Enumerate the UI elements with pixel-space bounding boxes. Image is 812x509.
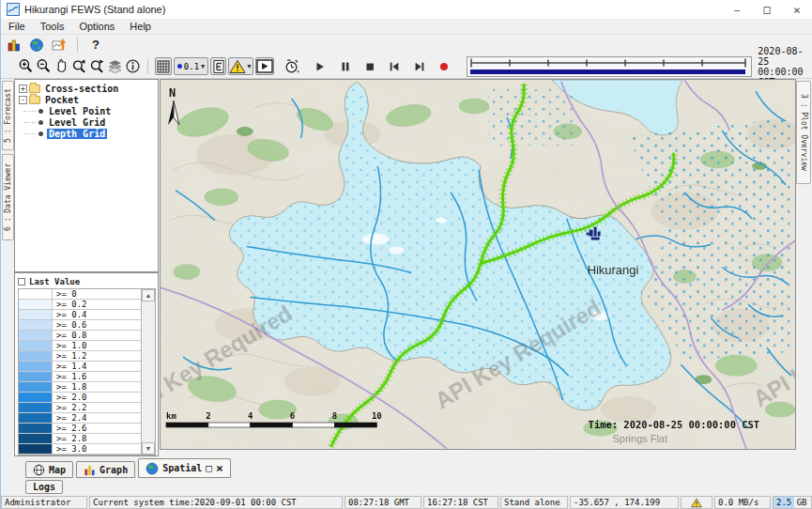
help-button[interactable]: ?	[86, 38, 105, 52]
scroll-down-icon[interactable]: ▼	[142, 442, 155, 455]
maximize-icon[interactable]: □	[752, 0, 782, 19]
status-mode: Stand alone	[500, 496, 568, 509]
tab-close-icon[interactable]: ×	[216, 464, 223, 473]
play-button[interactable]	[313, 57, 328, 75]
data-viewer-icon[interactable]	[5, 36, 23, 54]
legend-row: >= 2.6	[19, 424, 141, 434]
legend-row-label: >= 0.6	[53, 320, 87, 330]
status-warning-cell[interactable]	[681, 496, 712, 509]
tree-expand-icon[interactable]: +	[19, 85, 27, 93]
logs-button[interactable]: Logs	[25, 480, 63, 494]
legend-row-label: >= 1.6	[53, 372, 87, 381]
pan-hand-icon[interactable]	[54, 57, 69, 75]
legend-color-swatch	[19, 341, 53, 350]
class-dot-icon	[177, 64, 182, 69]
close-icon[interactable]: ×	[782, 0, 812, 19]
title-bar: Hikurangi FEWS (Stand alone) — □ ×	[1, 0, 812, 19]
tree-node-label[interactable]: Cross-section	[43, 84, 120, 94]
tree-node-label[interactable]: Pocket	[43, 95, 81, 105]
globe-wire-icon	[33, 464, 45, 476]
layers-icon[interactable]	[107, 57, 123, 75]
minimize-icon[interactable]: —	[722, 0, 752, 19]
menu-tools[interactable]: Tools	[33, 21, 72, 32]
time-slider[interactable]	[467, 56, 752, 77]
tab-forecast[interactable]: 5 : Forecast	[2, 81, 14, 150]
legend-color-swatch	[19, 372, 53, 381]
scale-tick: 10	[372, 411, 382, 421]
map-view[interactable]: API Key Required API Key Required API Ke…	[160, 79, 796, 450]
zoom-in-icon[interactable]	[18, 57, 34, 75]
classification-toggle[interactable]	[210, 57, 226, 75]
legend-row-label: >= 1.8	[53, 382, 87, 392]
skip-to-end-button[interactable]	[412, 57, 427, 75]
legend-row: >= 2.4	[19, 413, 141, 424]
pause-button[interactable]	[337, 57, 352, 75]
tab-plot-overview[interactable]: 3 : Plot Overview	[796, 81, 811, 184]
tree-node-label[interactable]: Level Point	[47, 106, 113, 116]
tree-row-depth-grid[interactable]: Depth Grid	[15, 128, 158, 139]
legend-color-swatch	[19, 289, 53, 299]
scroll-up-icon[interactable]: ▲	[142, 289, 155, 301]
zoom-next-icon[interactable]	[89, 57, 105, 75]
status-network-rate: 0.0 MB/s	[714, 496, 771, 509]
app-window: Hikurangi FEWS (Stand alone) — □ × File …	[0, 0, 812, 509]
menu-help[interactable]: Help	[122, 21, 159, 32]
zoom-out-icon[interactable]	[36, 57, 52, 75]
tree-node-label[interactable]: Level Grid	[47, 117, 107, 128]
layer-tree-panel: + Cross-section - Pocket Level Point Lev…	[14, 79, 159, 272]
legend-row: >= 1.4	[19, 362, 141, 372]
class-value-dropdown[interactable]: 0.1 ▼	[174, 57, 208, 75]
level-point-dots	[488, 89, 573, 146]
legend-row-label: >= 2.2	[53, 403, 87, 412]
stop-button[interactable]	[362, 57, 377, 75]
animation-timer-icon[interactable]	[283, 57, 299, 75]
menu-options[interactable]: Options	[71, 21, 122, 32]
legend-row-label: >= 0.2	[53, 300, 87, 309]
class-value: 0.1	[184, 62, 199, 71]
tab-map[interactable]: Map	[25, 461, 73, 478]
tree-row-cross-section[interactable]: + Cross-section	[15, 83, 158, 94]
tree-row-pocket[interactable]: - Pocket	[15, 94, 158, 105]
tab-data-viewer[interactable]: 6 : Data Viewer	[2, 154, 14, 240]
zoom-previous-icon[interactable]	[71, 57, 87, 75]
legend-color-swatch	[19, 403, 53, 412]
grid-display-icon[interactable]	[50, 36, 69, 54]
tab-maximize-icon[interactable]: □	[206, 464, 212, 473]
record-button[interactable]	[437, 57, 452, 75]
tree-collapse-icon[interactable]: -	[19, 96, 27, 104]
legend-row: >= 0	[19, 289, 141, 300]
map-globe-icon[interactable]	[27, 36, 46, 54]
tree-row-level-point[interactable]: Level Point	[15, 105, 158, 116]
legend-row-label: >= 1.4	[53, 362, 87, 371]
scale-tick: 2	[206, 411, 210, 421]
animation-export-toggle[interactable]	[255, 57, 274, 75]
tree-row-level-grid[interactable]: Level Grid	[15, 116, 158, 128]
skip-to-start-button[interactable]	[387, 57, 402, 75]
tab-spatial[interactable]: Spatial □ ×	[138, 458, 231, 478]
legend-scrollbar[interactable]: ▲ ▼	[141, 289, 155, 455]
info-icon[interactable]	[125, 57, 141, 75]
tab-map-label: Map	[49, 465, 66, 475]
north-label: N	[169, 86, 176, 100]
last-value-checkbox[interactable]	[18, 278, 25, 285]
tree-node-label-selected[interactable]: Depth Grid	[47, 129, 107, 139]
legend-row-label: >= 0.4	[53, 310, 87, 319]
left-tab-strip: 5 : Forecast 6 : Data Viewer	[1, 79, 14, 457]
scale-tick: 4	[248, 411, 253, 421]
status-bar: Administrator Current system time:2020-0…	[1, 496, 812, 509]
menu-file[interactable]: File	[1, 21, 33, 32]
legend-row: >= 0.2	[19, 300, 141, 310]
tab-graph[interactable]: Graph	[76, 461, 135, 478]
legend-row: >= 2.2	[19, 403, 141, 413]
folder-icon	[29, 96, 40, 104]
app-logo-icon	[7, 3, 20, 16]
status-memory: 2.5 GB	[773, 496, 812, 509]
last-value-label: Last Value	[29, 277, 80, 286]
legend-row: >= 0.6	[19, 320, 141, 331]
warning-thresholds-toggle[interactable]: ▼	[228, 57, 253, 75]
tree-connector-line	[23, 111, 37, 112]
legend-color-swatch	[19, 434, 53, 443]
status-gmt-time: 08:27:18 GMT	[345, 496, 421, 509]
grid-overlay-toggle[interactable]	[155, 57, 172, 75]
main-area: 5 : Forecast 6 : Data Viewer + Cross-sec…	[1, 79, 812, 457]
